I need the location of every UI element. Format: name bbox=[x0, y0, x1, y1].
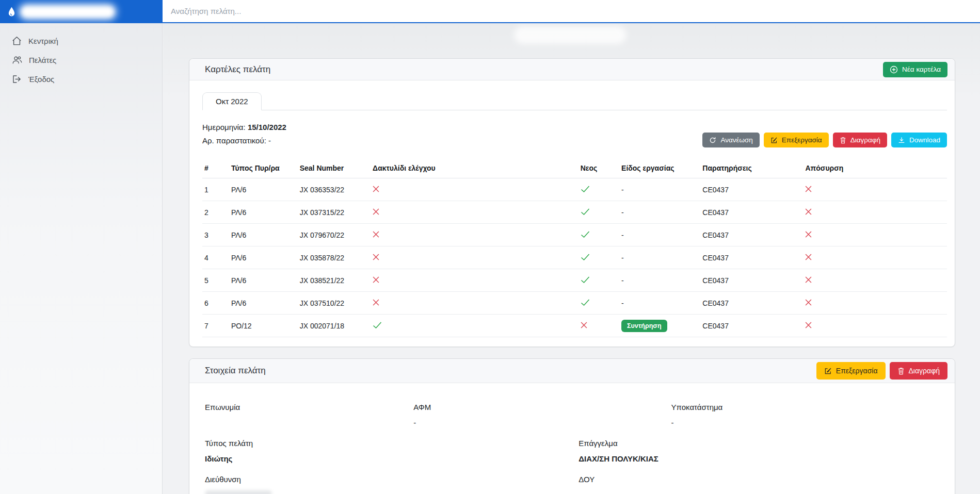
cell-work: - bbox=[619, 246, 700, 269]
drop-icon bbox=[7, 7, 16, 17]
delete-customer-button[interactable]: Διαγραφή bbox=[890, 362, 947, 380]
customer-details-header: Στοιχεία πελάτη Επεξεργασία Διαγραφή bbox=[189, 359, 955, 383]
home-icon bbox=[12, 36, 22, 46]
trash-icon bbox=[840, 137, 846, 144]
cell-number: 2 bbox=[202, 201, 229, 224]
cell-withdraw bbox=[803, 269, 947, 292]
sidebar-item-customers[interactable]: Πελάτες bbox=[0, 51, 162, 70]
cell-seal: JX 035878/22 bbox=[298, 246, 371, 269]
details-actions: Επεξεργασία Διαγραφή bbox=[816, 362, 947, 380]
cell-withdraw bbox=[803, 178, 947, 201]
cell-ring bbox=[371, 292, 579, 315]
x-icon bbox=[373, 231, 379, 238]
x-icon bbox=[805, 208, 812, 215]
tab-oct-2022[interactable]: Οκτ 2022 bbox=[202, 92, 262, 110]
search-bar bbox=[163, 0, 980, 23]
cell-ring bbox=[371, 315, 579, 337]
cell-seal: JX 037315/22 bbox=[298, 201, 371, 224]
extinguishers-table: #Τύπος Πυρ/ραSeal NumberΔακτυλίδι ελέγχο… bbox=[202, 162, 947, 337]
cell-new bbox=[579, 292, 619, 315]
cell-ring bbox=[371, 269, 579, 292]
document-number-value: - bbox=[268, 136, 271, 145]
check-icon bbox=[581, 299, 590, 306]
x-icon bbox=[373, 276, 379, 283]
card-actions: Ανανέωση Επεξεργασία Διαγραφή bbox=[702, 133, 947, 147]
cell-type: ΡΛ/6 bbox=[229, 292, 298, 315]
check-icon bbox=[581, 208, 590, 216]
cell-work: - bbox=[619, 178, 700, 201]
field-profession: Επάγγελμα ΔΙΑΧ/ΣΗ ΠΟΛΥΚ/ΚΙΑΣ bbox=[579, 439, 939, 463]
sidebar-item-label: Έξοδος bbox=[28, 75, 54, 84]
logout-icon bbox=[12, 74, 22, 84]
column-header: Τύπος Πυρ/ρα bbox=[229, 162, 298, 178]
sidebar-item-label: Κεντρική bbox=[28, 37, 58, 45]
cell-seal: JX 038521/22 bbox=[298, 269, 371, 292]
field-value-redacted bbox=[205, 490, 272, 494]
x-icon bbox=[373, 186, 379, 192]
document-number-line: Αρ. παραστατικού: - bbox=[202, 134, 286, 147]
field-value: - bbox=[413, 418, 671, 427]
edit-icon bbox=[824, 367, 832, 375]
x-icon bbox=[805, 276, 812, 283]
sidebar: Κεντρική Πελάτες Έξοδος bbox=[0, 23, 163, 494]
delete-card-button[interactable]: Διαγραφή bbox=[833, 133, 887, 147]
customer-cards-panel: Καρτέλες πελάτη Νέα καρτέλα Οκτ 2022 Ημε… bbox=[189, 58, 955, 347]
cell-withdraw bbox=[803, 246, 947, 269]
cell-new bbox=[579, 269, 619, 292]
cell-ring bbox=[371, 178, 579, 201]
cell-seal: JX 079670/22 bbox=[298, 224, 371, 246]
x-icon bbox=[805, 254, 812, 260]
cell-notes: CE0437 bbox=[700, 315, 803, 337]
field-branch: Υποκατάστημα - bbox=[671, 403, 939, 427]
new-card-button[interactable]: Νέα καρτέλα bbox=[883, 62, 947, 77]
sidebar-item-home[interactable]: Κεντρική bbox=[0, 31, 162, 51]
x-icon bbox=[373, 208, 379, 215]
cell-withdraw bbox=[803, 315, 947, 337]
check-icon bbox=[581, 276, 590, 284]
main-content: Καρτέλες πελάτη Νέα καρτέλα Οκτ 2022 Ημε… bbox=[163, 23, 980, 494]
check-icon bbox=[581, 253, 590, 261]
cell-seal: JX 037510/22 bbox=[298, 292, 371, 315]
cell-new bbox=[579, 224, 619, 246]
plus-circle-icon bbox=[890, 65, 898, 74]
renew-button[interactable]: Ανανέωση bbox=[702, 133, 759, 147]
field-tax-office: ΔΟΥ - bbox=[579, 475, 939, 494]
field-value: - bbox=[579, 490, 939, 494]
search-input[interactable] bbox=[163, 7, 980, 15]
column-header: # bbox=[202, 162, 229, 178]
customer-details-panel: Στοιχεία πελάτη Επεξεργασία Διαγραφή bbox=[189, 358, 955, 494]
cell-ring bbox=[371, 224, 579, 246]
column-header: Παρατηρήσεις bbox=[700, 162, 803, 178]
cell-type: ΡΛ/6 bbox=[229, 246, 298, 269]
cards-table-header-row: #Τύπος Πυρ/ραSeal NumberΔακτυλίδι ελέγχο… bbox=[202, 162, 947, 178]
x-icon bbox=[581, 322, 587, 328]
cell-ring bbox=[371, 246, 579, 269]
edit-card-button[interactable]: Επεξεργασία bbox=[764, 133, 829, 147]
x-icon bbox=[373, 299, 379, 306]
cell-work: Συντήρηση bbox=[619, 315, 700, 337]
cell-withdraw bbox=[803, 224, 947, 246]
cell-new bbox=[579, 178, 619, 201]
cell-notes: CE0437 bbox=[700, 201, 803, 224]
work-type-badge: Συντήρηση bbox=[621, 320, 667, 332]
customer-cards-body: Οκτ 2022 Ημερομηνία: 15/10/2022 Αρ. παρα… bbox=[189, 80, 955, 337]
field-value: - bbox=[671, 418, 939, 427]
sidebar-item-logout[interactable]: Έξοδος bbox=[0, 70, 162, 89]
download-button[interactable]: Download bbox=[891, 133, 947, 147]
date-line: Ημερομηνία: 15/10/2022 bbox=[202, 121, 286, 134]
cell-new bbox=[579, 315, 619, 337]
field-value bbox=[205, 418, 413, 427]
cell-number: 7 bbox=[202, 315, 229, 337]
cell-number: 4 bbox=[202, 246, 229, 269]
cell-seal: JX 036353/22 bbox=[298, 178, 371, 201]
brand-area bbox=[0, 0, 163, 23]
cell-type: ΡΟ/12 bbox=[229, 315, 298, 337]
customer-cards-header: Καρτέλες πελάτη Νέα καρτέλα bbox=[189, 59, 955, 80]
cell-number: 1 bbox=[202, 178, 229, 201]
cell-number: 5 bbox=[202, 269, 229, 292]
column-header: Νεος bbox=[579, 162, 619, 178]
x-icon bbox=[805, 299, 812, 306]
card-meta: Ημερομηνία: 15/10/2022 Αρ. παραστατικού:… bbox=[202, 121, 286, 147]
table-row: 1ΡΛ/6JX 036353/22-CE0437 bbox=[202, 178, 947, 201]
edit-customer-button[interactable]: Επεξεργασία bbox=[816, 362, 886, 380]
